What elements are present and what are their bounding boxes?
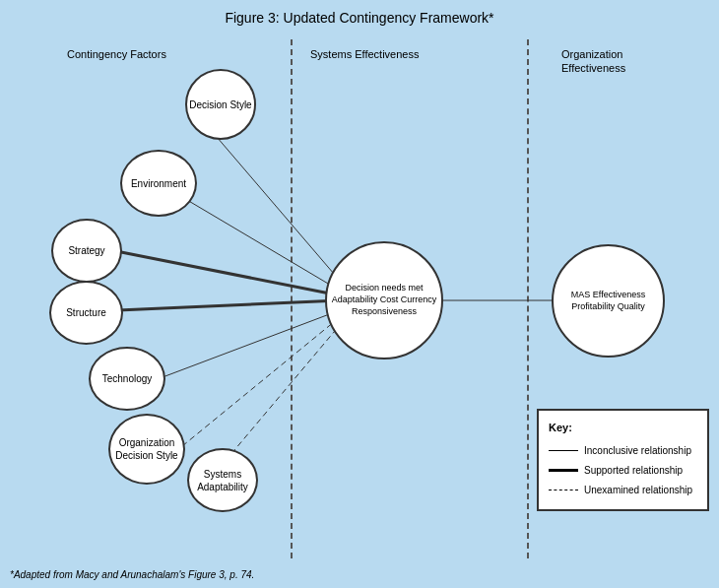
svg-line-6	[219, 325, 340, 469]
unexamined-label: Unexamined relationship	[584, 482, 692, 499]
circle-central: Decision needs met Adaptability Cost Cur…	[325, 241, 443, 359]
circle-org-effectiveness: MAS Effectiveness Profitability Quality	[552, 244, 665, 358]
svg-line-4	[163, 310, 340, 377]
circle-structure: Structure	[49, 281, 123, 345]
key-box: Key: Inconclusive relationship Supported…	[537, 409, 709, 511]
org-label: OrganizationEffectiveness	[561, 47, 625, 76]
inconclusive-label: Inconclusive relationship	[584, 442, 691, 460]
systems-label: Systems Effectiveness	[310, 47, 419, 61]
key-unexamined: Unexamined relationship	[549, 482, 697, 499]
circle-decision-style: Decision Style	[185, 69, 256, 140]
circle-org-decision: Organization Decision Style	[108, 414, 185, 485]
supported-line-sample	[549, 469, 578, 472]
divider-right	[527, 39, 529, 558]
circle-technology: Technology	[89, 347, 165, 411]
key-inconclusive: Inconclusive relationship	[549, 442, 697, 460]
figure-title: Figure 3: Updated Contingency Framework*	[0, 0, 719, 26]
inconclusive-line-sample	[549, 450, 578, 451]
footnote: *Adapted from Macy and Arunachalam's Fig…	[10, 569, 254, 580]
svg-line-1	[165, 187, 340, 291]
circle-strategy: Strategy	[51, 219, 122, 283]
key-supported: Supported relationship	[549, 462, 697, 480]
unexamined-line-sample	[549, 490, 578, 490]
svg-line-5	[182, 317, 340, 446]
supported-label: Supported relationship	[584, 462, 683, 480]
contingency-label: Contingency Factors	[67, 47, 166, 61]
svg-line-3	[118, 300, 340, 310]
svg-line-2	[116, 251, 340, 295]
figure-container: Figure 3: Updated Contingency Framework*…	[0, 0, 719, 588]
circle-environment: Environment	[120, 150, 197, 217]
divider-left	[291, 39, 293, 558]
circle-systems-adaptability: Systems Adaptability	[187, 448, 258, 512]
key-title: Key:	[549, 419, 697, 438]
svg-line-0	[199, 116, 340, 281]
